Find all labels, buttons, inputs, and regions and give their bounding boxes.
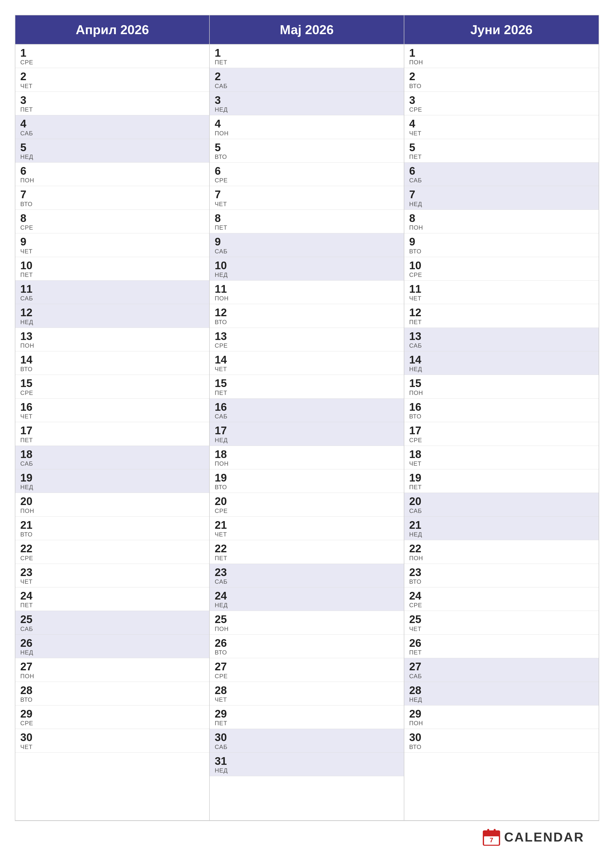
day-number: 25 bbox=[20, 614, 204, 625]
day-name: ЧЕТ bbox=[215, 366, 399, 373]
day-number: 16 bbox=[409, 401, 594, 413]
day-number: 15 bbox=[215, 377, 399, 389]
day-row: 4САБ bbox=[16, 115, 209, 139]
day-row: 28ЧЕТ bbox=[210, 682, 404, 705]
day-name: ПОН bbox=[20, 673, 204, 680]
day-row: 15ПЕТ bbox=[210, 375, 404, 398]
day-row: 9ЧЕТ bbox=[16, 233, 209, 257]
day-row: 3СРЕ bbox=[404, 92, 598, 115]
day-row: 21ВТО bbox=[16, 517, 209, 540]
day-row: 27ПОН bbox=[16, 658, 209, 682]
day-name: ПОН bbox=[215, 460, 399, 467]
day-row: 12ПЕТ bbox=[404, 304, 598, 328]
day-number: 1 bbox=[20, 47, 204, 59]
day-name: СРЕ bbox=[20, 720, 204, 727]
day-name: САБ bbox=[215, 413, 399, 420]
day-number: 30 bbox=[409, 732, 594, 743]
day-name: ПЕТ bbox=[215, 720, 399, 727]
day-row: 10СРЕ bbox=[404, 257, 598, 281]
day-name: ВТО bbox=[20, 696, 204, 703]
day-row: 10ПЕТ bbox=[16, 257, 209, 281]
day-row: 1ПОН bbox=[404, 45, 598, 68]
day-row: 26ВТО bbox=[210, 635, 404, 658]
day-number: 5 bbox=[20, 141, 204, 153]
day-number: 19 bbox=[215, 472, 399, 484]
day-row: 6ПОН bbox=[16, 163, 209, 186]
day-row: 8ПОН bbox=[404, 210, 598, 233]
day-row: 26ПЕТ bbox=[404, 635, 598, 658]
day-name: СРЕ bbox=[215, 342, 399, 349]
day-row: 19ПЕТ bbox=[404, 470, 598, 493]
day-number: 12 bbox=[409, 307, 594, 318]
day-row: 13СРЕ bbox=[210, 328, 404, 351]
day-number: 27 bbox=[215, 661, 399, 673]
day-number: 5 bbox=[215, 141, 399, 153]
day-number: 13 bbox=[215, 330, 399, 342]
day-row: 7ВТО bbox=[16, 186, 209, 209]
day-number: 24 bbox=[215, 590, 399, 602]
day-number: 6 bbox=[409, 165, 594, 177]
day-number: 1 bbox=[409, 47, 594, 59]
day-number: 17 bbox=[409, 425, 594, 437]
day-number: 7 bbox=[20, 189, 204, 200]
day-row: 12ВТО bbox=[210, 304, 404, 328]
day-number: 20 bbox=[215, 495, 399, 507]
svg-rect-2 bbox=[483, 833, 500, 835]
day-row: 25САБ bbox=[16, 611, 209, 634]
day-name: СРЕ bbox=[20, 555, 204, 562]
day-row: 5ПЕТ bbox=[404, 139, 598, 163]
day-row: 27СРЕ bbox=[210, 658, 404, 682]
day-name: ПЕТ bbox=[409, 319, 594, 326]
day-number: 25 bbox=[215, 614, 399, 625]
day-row: 6СРЕ bbox=[210, 163, 404, 186]
day-number: 14 bbox=[409, 354, 594, 366]
day-name: ПОН bbox=[409, 224, 594, 231]
footer-logo: 7 CALENDAR bbox=[483, 828, 584, 846]
day-name: САБ bbox=[215, 248, 399, 255]
day-row: 16САБ bbox=[210, 398, 404, 422]
day-number: 14 bbox=[20, 354, 204, 366]
day-row: 21НЕД bbox=[404, 517, 598, 540]
day-row: 18САБ bbox=[16, 446, 209, 470]
day-number: 17 bbox=[20, 425, 204, 437]
day-name: ВТО bbox=[215, 319, 399, 326]
day-row: 19НЕД bbox=[16, 470, 209, 493]
day-name: САБ bbox=[409, 342, 594, 349]
day-number: 24 bbox=[20, 590, 204, 602]
day-name: ПЕТ bbox=[20, 437, 204, 444]
day-row: 30ЧЕТ bbox=[16, 729, 209, 752]
page: Април 20261СРЕ2ЧЕТ3ПЕТ4САБ5НЕД6ПОН7ВТО8С… bbox=[0, 0, 614, 868]
day-row: 1СРЕ bbox=[16, 45, 209, 68]
day-name: САБ bbox=[20, 295, 204, 302]
day-name: ПОН bbox=[409, 389, 594, 397]
day-number: 16 bbox=[215, 401, 399, 413]
day-row: 13ПОН bbox=[16, 328, 209, 351]
day-name: СРЕ bbox=[20, 389, 204, 397]
day-row: 29СРЕ bbox=[16, 705, 209, 729]
day-name: ЧЕТ bbox=[409, 295, 594, 302]
day-row: 1ПЕТ bbox=[210, 45, 404, 68]
day-row: 3НЕД bbox=[210, 92, 404, 115]
day-row: 22СРЕ bbox=[16, 540, 209, 564]
day-name: ЧЕТ bbox=[20, 578, 204, 585]
day-number: 29 bbox=[20, 708, 204, 720]
day-row: 6САБ bbox=[404, 163, 598, 186]
day-number: 21 bbox=[215, 519, 399, 531]
day-number: 19 bbox=[409, 472, 594, 484]
day-row: 16ЧЕТ bbox=[16, 398, 209, 422]
month-col-2: Јуни 20261ПОН2ВТО3СРЕ4ЧЕТ5ПЕТ6САБ7НЕД8ПО… bbox=[404, 16, 598, 820]
day-number: 3 bbox=[215, 94, 399, 106]
day-number: 12 bbox=[20, 307, 204, 318]
day-name: НЕД bbox=[409, 531, 594, 538]
day-number: 2 bbox=[409, 71, 594, 82]
day-row: 30САБ bbox=[210, 729, 404, 752]
day-row: 21ЧЕТ bbox=[210, 517, 404, 540]
day-row: 20САБ bbox=[404, 493, 598, 516]
day-name: НЕД bbox=[409, 201, 594, 208]
day-number: 22 bbox=[409, 542, 594, 555]
day-number: 9 bbox=[215, 236, 399, 248]
day-name: ЧЕТ bbox=[215, 531, 399, 538]
day-row: 2ВТО bbox=[404, 68, 598, 91]
day-row: 22ПЕТ bbox=[210, 540, 404, 564]
day-number: 30 bbox=[20, 732, 204, 743]
